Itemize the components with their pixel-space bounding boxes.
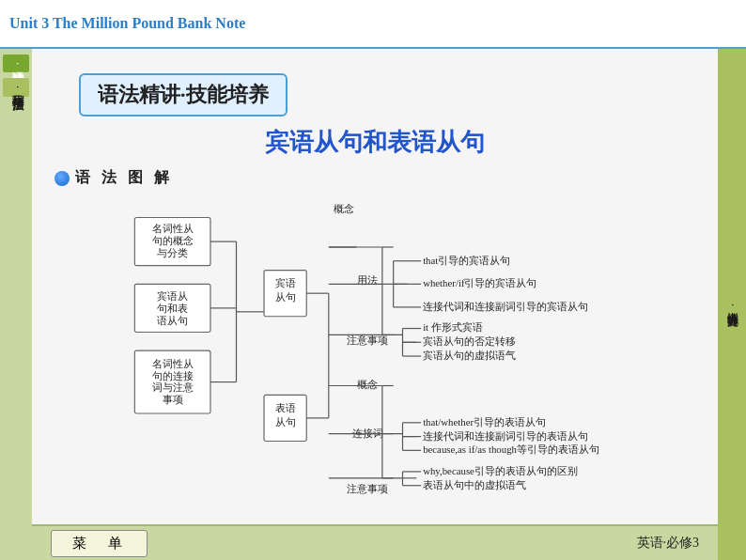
svg-text:名词性从: 名词性从 [152, 358, 194, 369]
svg-text:it 作形式宾语: it 作形式宾语 [423, 321, 483, 333]
section-title-box: 语法精讲·技能培养 [79, 73, 288, 117]
svg-text:概念: 概念 [334, 203, 354, 214]
svg-text:从句: 从句 [275, 416, 296, 428]
content-area: 语法精讲·技能培养 宾语从句和表语从句 语 法 图 解 名词性从 句的概念 与分… [32, 49, 718, 560]
svg-text:注意事项: 注意事项 [347, 483, 388, 494]
main-layout: 语法精讲·技能培养 写作指导·技法借鉴 语法精讲·技能培养 宾语从句和表语从句 … [0, 49, 746, 560]
svg-text:连接代词和连接副词引导的表语从句: 连接代词和连接副词引导的表语从句 [423, 430, 588, 442]
svg-text:注意事项: 注意事项 [347, 334, 388, 346]
menu-button[interactable]: 菜 单 [51, 530, 148, 557]
sidebar-item-writing[interactable]: 写作指导·技法借鉴 [3, 78, 29, 96]
svg-text:that引导的宾语从句: that引导的宾语从句 [423, 255, 510, 266]
svg-text:because,as if/as though等引导的表语从: because,as if/as though等引导的表语从句 [423, 443, 599, 455]
svg-text:句的概念: 句的概念 [152, 235, 194, 246]
circle-icon [54, 171, 70, 186]
svg-text:从句: 从句 [275, 291, 296, 303]
svg-text:宾语从句的虚拟语气: 宾语从句的虚拟语气 [423, 350, 516, 361]
grammar-label-text: 语 法 图 解 [75, 168, 173, 188]
svg-text:语从句: 语从句 [157, 315, 188, 326]
svg-text:宾语: 宾语 [275, 277, 296, 288]
main-heading: 宾语从句和表语从句 [32, 126, 718, 159]
svg-text:句的连接: 句的连接 [152, 370, 194, 381]
svg-text:与分类: 与分类 [157, 247, 188, 258]
diagram-container: 名词性从 句的概念 与分类 宾语从 句和表 语从句 名词性从 句的连接 词与注意… [41, 192, 708, 524]
svg-text:whether/if引导的宾语从句: whether/if引导的宾语从句 [423, 277, 536, 288]
svg-text:连接词: 连接词 [352, 428, 383, 439]
svg-text:词与注意: 词与注意 [152, 381, 194, 393]
right-sidebar: 综合训练·能力提升 [718, 49, 746, 560]
svg-text:表语从句中的虚拟语气: 表语从句中的虚拟语气 [423, 479, 526, 490]
svg-text:连接代词和连接副词引导的宾语从句: 连接代词和连接副词引导的宾语从句 [423, 301, 588, 312]
svg-text:概念: 概念 [357, 379, 378, 390]
svg-text:事项: 事项 [163, 394, 183, 405]
section-title: 语法精讲·技能培养 [98, 83, 269, 106]
svg-text:名词性从: 名词性从 [152, 223, 194, 234]
grammar-diagram: 名词性从 句的概念 与分类 宾语从 句和表 语从句 名词性从 句的连接 词与注意… [41, 192, 708, 524]
grammar-label: 语 法 图 解 [54, 168, 718, 188]
page-title: Unit 3 The Million Pound Bank Note [9, 14, 245, 34]
bottom-right-label: 英语·必修3 [637, 535, 700, 552]
svg-text:why,because引导的表语从句的区别: why,because引导的表语从句的区别 [423, 465, 578, 476]
svg-text:句和表: 句和表 [157, 303, 188, 314]
bottom-bar: 菜 单 英语·必修3 [32, 524, 718, 560]
left-sidebar: 语法精讲·技能培养 写作指导·技法借鉴 [0, 49, 32, 560]
svg-text:表语: 表语 [275, 402, 296, 413]
sidebar-item-grammar[interactable]: 语法精讲·技能培养 [3, 54, 29, 72]
svg-text:that/whether引导的表语从句: that/whether引导的表语从句 [423, 416, 546, 428]
svg-text:宾语从: 宾语从 [157, 290, 188, 302]
svg-text:宾语从句的否定转移: 宾语从句的否定转移 [423, 335, 516, 347]
section-title-wrapper: 语法精讲·技能培养 [51, 60, 718, 117]
top-bar: Unit 3 The Million Pound Bank Note [0, 0, 746, 49]
sidebar-item-training[interactable]: 综合训练·能力提升 [722, 296, 742, 314]
